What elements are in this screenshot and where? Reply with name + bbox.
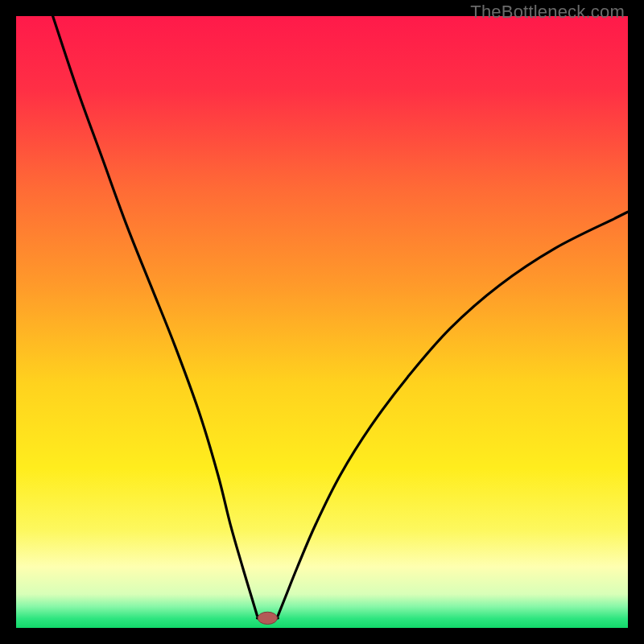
bottleneck-chart xyxy=(16,16,628,628)
chart-background xyxy=(16,16,628,628)
min-marker xyxy=(258,612,277,624)
watermark-text: TheBottleneck.com xyxy=(470,2,625,23)
chart-frame xyxy=(16,16,628,628)
